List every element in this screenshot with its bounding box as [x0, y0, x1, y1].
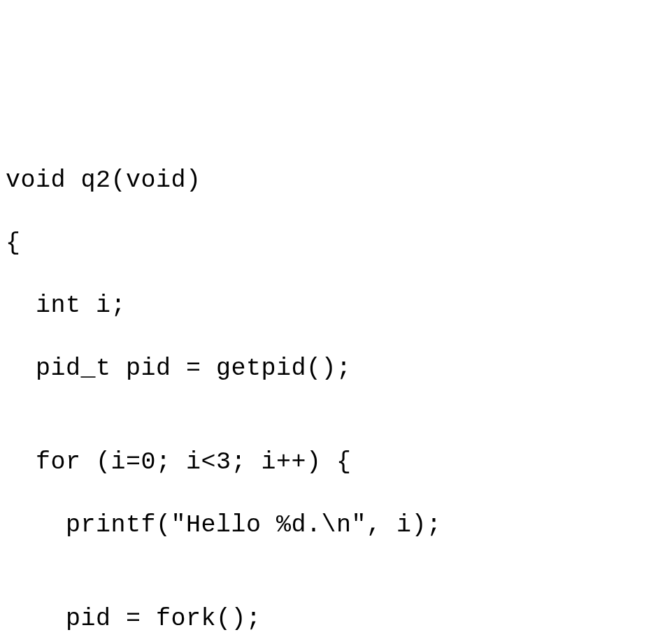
code-line: pid_t pid = getpid(); — [6, 353, 666, 385]
code-line: int i; — [6, 290, 666, 322]
code-line: for (i=0; i<3; i++) { — [6, 447, 666, 478]
code-line: printf("Hello %d.\n", i); — [6, 510, 666, 541]
code-line: void q2(void) — [6, 165, 666, 196]
code-line: pid = fork(); — [6, 603, 666, 635]
code-line: { — [6, 228, 666, 259]
code-block: void q2(void) { int i; pid_t pid = getpi… — [6, 134, 666, 644]
